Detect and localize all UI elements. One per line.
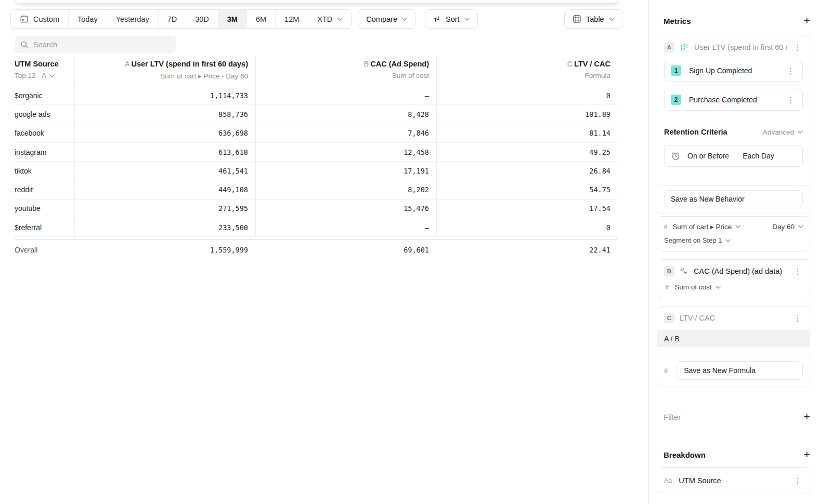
kebab-menu-icon[interactable]: ⋮ — [785, 66, 796, 76]
overall-ltv: 1,559,999 — [74, 240, 255, 260]
date-range-button[interactable]: 3M — [218, 10, 247, 28]
ratio-value-cell: 26.84 — [436, 162, 618, 180]
date-range-button[interactable]: 6M — [247, 10, 276, 28]
ratio-value-cell: 0 — [436, 218, 618, 236]
compare-button[interactable]: Compare — [358, 9, 415, 29]
cac-value-cell: 15,476 — [255, 200, 436, 218]
chevron-down-icon — [49, 74, 55, 77]
compare-label: Compare — [366, 15, 397, 23]
table-row: tiktok 461,541 17,191 26.84 — [15, 162, 618, 180]
save-as-new-formula-button[interactable]: Save as New Formula — [677, 361, 803, 380]
date-range-button[interactable]: Yesterday — [107, 10, 159, 28]
table-row: $organic 1,114,733 – 0 — [15, 86, 618, 105]
add-metric-button[interactable]: + — [803, 16, 810, 26]
table-row: instagram 613,618 12,458 49.25 — [15, 143, 618, 162]
utm-source-cell: $organic — [15, 91, 74, 100]
sort-arrows-icon — [433, 15, 441, 23]
column-header-utm-source[interactable]: UTM Source Top 12 · A — [15, 56, 74, 86]
date-range-label: Custom — [33, 15, 59, 23]
ltv-value-cell: 858,736 — [74, 105, 255, 123]
sort-button[interactable]: Sort — [425, 9, 478, 29]
metric-badge-b: B — [664, 266, 674, 276]
date-range-button[interactable]: XTD — [308, 10, 351, 28]
kebab-menu-icon[interactable]: ⋮ — [792, 43, 803, 52]
text-type-icon: Aa — [664, 477, 672, 484]
cac-value-cell: – — [255, 86, 436, 104]
column-subtitle: Sum of cost — [256, 72, 429, 79]
breakdown-title: Breakdown — [664, 450, 706, 459]
breakdown-property-card[interactable]: Aa UTM Source ⋮ — [657, 467, 810, 494]
table-row: youtube 271,595 15,476 17.54 — [15, 200, 618, 218]
query-builder-sidebar: Metrics + A User LTV (spend in first 60 … — [648, 0, 832, 504]
metric-a-title[interactable]: User LTV (spend in first 60 da... — [694, 43, 787, 51]
add-breakdown-button[interactable]: + — [803, 449, 810, 460]
chevron-down-icon — [798, 130, 803, 134]
column-badge: C — [567, 60, 573, 68]
chevron-down-icon — [725, 239, 731, 242]
column-header-user-ltv[interactable]: AUser LTV (spend in first 60 days) Sum o… — [74, 56, 255, 86]
card-divider — [657, 185, 810, 186]
column-title: CAC (Ad Spend) — [370, 60, 429, 68]
day-window-dropdown[interactable]: Day 60 — [772, 223, 803, 231]
date-range-label: 12M — [284, 15, 299, 23]
measure-dropdown[interactable]: Sum of cart ▸ Price — [672, 222, 740, 231]
search-box[interactable] — [15, 36, 176, 53]
cac-value-cell: 7,846 — [255, 124, 436, 142]
date-range-label: 30D — [195, 15, 209, 23]
advanced-dropdown[interactable]: Advanced — [763, 128, 803, 136]
overall-row: Overall 1,559,999 69,601 22.41 — [15, 239, 618, 260]
step-number-badge: 2 — [671, 95, 681, 105]
kebab-menu-icon[interactable]: ⋮ — [792, 476, 803, 486]
behavior-step[interactable]: 2 Purchase Completed ⋮ — [664, 89, 803, 111]
retention-timing-box[interactable]: On or Before Each Day — [664, 145, 803, 167]
table-body: $organic 1,114,733 – 0 google ads 858,73… — [15, 86, 618, 237]
step-number-badge: 1 — [671, 65, 681, 76]
metric-c-title[interactable]: LTV / CAC — [680, 314, 787, 322]
utm-source-cell: youtube — [15, 204, 74, 213]
kebab-menu-icon[interactable]: ⋮ — [792, 267, 803, 276]
search-input[interactable] — [33, 41, 170, 49]
numeric-type-icon: # — [664, 223, 667, 231]
date-range-label: Yesterday — [116, 15, 149, 23]
ltv-value-cell: 271,595 — [74, 200, 255, 218]
kebab-menu-icon[interactable]: ⋮ — [785, 95, 796, 105]
column-header-ltv-cac[interactable]: CLTV / CAC Formula — [436, 56, 618, 86]
utm-source-cell: reddit — [15, 185, 74, 194]
date-range-button[interactable]: 30D — [186, 10, 218, 28]
metric-b-title[interactable]: CAC (Ad Spend) (ad data) — [694, 267, 787, 275]
breakdown-property-label: UTM Source — [679, 476, 785, 485]
timing-operator[interactable]: On or Before — [687, 152, 729, 160]
ratio-value-cell: 49.25 — [436, 143, 618, 161]
utm-source-cell: $referral — [15, 223, 74, 232]
sort-label: Sort — [446, 15, 460, 23]
cost-measure-dropdown[interactable]: Sum of cost — [674, 283, 720, 291]
save-as-new-behavior-button[interactable]: Save as New Behavior — [664, 190, 803, 207]
column-header-cac[interactable]: BCAC (Ad Spend) Sum of cost — [255, 56, 436, 86]
search-icon — [20, 41, 29, 49]
chevron-down-icon — [609, 18, 614, 21]
view-selector-button[interactable]: Table — [564, 9, 622, 29]
overall-ratio: 22.41 — [436, 240, 618, 260]
kebab-menu-icon[interactable]: ⋮ — [792, 313, 803, 323]
breakdown-section-header: Breakdown + — [657, 449, 810, 460]
behavior-step[interactable]: 1 Sign Up Completed ⋮ — [664, 60, 803, 82]
formula-input[interactable]: A / B — [657, 330, 810, 347]
date-range-button[interactable]: 12M — [276, 10, 308, 28]
chevron-down-icon — [402, 18, 407, 21]
segment-dropdown[interactable]: Segment on Step 1 — [664, 236, 803, 244]
date-range-button[interactable]: Today — [69, 10, 107, 28]
ltv-value-cell: 233,500 — [74, 218, 255, 236]
metrics-title: Metrics — [664, 17, 691, 25]
date-range-button[interactable]: 7D — [159, 10, 187, 28]
column-subtitle[interactable]: Top 12 · A — [15, 72, 74, 79]
date-range-label: XTD — [317, 15, 332, 23]
date-range-label: 7D — [167, 15, 177, 23]
magic-cursor-icon — [680, 267, 688, 276]
ltv-value-cell: 613,618 — [74, 143, 255, 161]
timing-window[interactable]: Each Day — [743, 152, 774, 160]
step-event-label: Sign Up Completed — [689, 67, 777, 75]
behavior-steps: 1 Sign Up Completed ⋮ 2 Purchase Complet… — [664, 60, 803, 111]
chevron-down-icon — [798, 225, 803, 228]
add-filter-button[interactable]: + — [803, 412, 810, 422]
date-range-button[interactable]: Custom — [11, 10, 69, 28]
